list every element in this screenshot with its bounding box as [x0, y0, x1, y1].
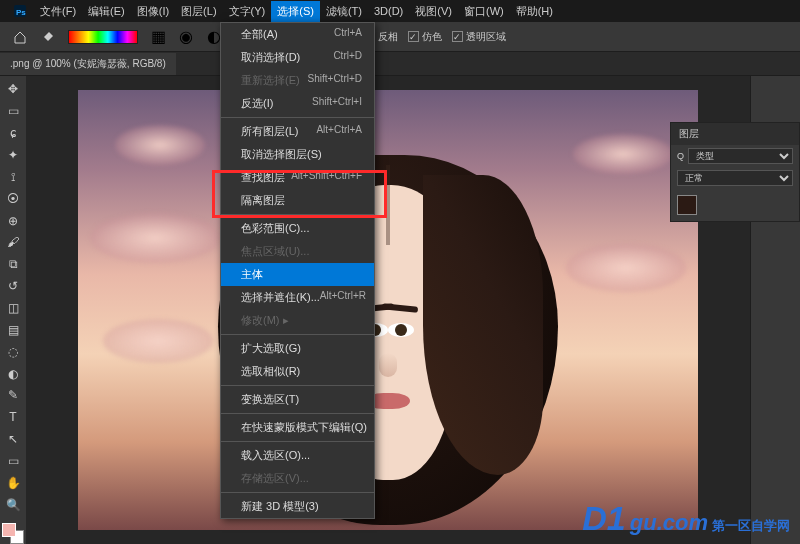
blend-mode-select[interactable]: 正常 [677, 170, 793, 186]
tool-history[interactable]: ↺ [3, 277, 23, 296]
menu-item-取消选择图层S[interactable]: 取消选择图层(S) [221, 143, 374, 166]
gradient-radial-icon[interactable]: ◉ [175, 26, 197, 48]
menu-帮助[interactable]: 帮助(H) [510, 1, 559, 22]
tool-type[interactable]: T [3, 408, 23, 427]
watermark-cn: 第一区自学网 [712, 517, 790, 535]
menu-item-全部A[interactable]: 全部(A)Ctrl+A [221, 23, 374, 46]
tool-eyedrop[interactable]: ⦿ [3, 189, 23, 208]
layers-panel-title: 图层 [671, 123, 799, 145]
watermark-suffix: gu.com [630, 510, 708, 536]
menu-item-重新选择E: 重新选择(E)Shift+Ctrl+D [221, 69, 374, 92]
option-透明区域[interactable]: ✓透明区域 [452, 30, 506, 44]
tool-pen[interactable]: ✎ [3, 386, 23, 405]
tool-heal[interactable]: ⊕ [3, 211, 23, 230]
menu-滤镜[interactable]: 滤镜(T) [320, 1, 368, 22]
options-bar: ▦ ◉ ◐ ▥ ◈ 容差: ✓反相✓仿色✓透明区域 [0, 22, 800, 52]
tool-dodge[interactable]: ◐ [3, 364, 23, 383]
menu-item-取消选择D[interactable]: 取消选择(D)Ctrl+D [221, 46, 374, 69]
tool-column: ✥▭ɕ✦⟟⦿⊕🖌⧉↺◫▤◌◐✎T↖▭✋🔍 [0, 76, 26, 544]
tool-marquee[interactable]: ▭ [3, 102, 23, 121]
tool-blur[interactable]: ◌ [3, 342, 23, 361]
menu-窗口[interactable]: 窗口(W) [458, 1, 510, 22]
menu-item-隔离图层[interactable]: 隔离图层 [221, 189, 374, 212]
menu-item-主体[interactable]: 主体 [221, 263, 374, 286]
tool-shape[interactable]: ▭ [3, 452, 23, 471]
gradient-linear-icon[interactable]: ▦ [147, 26, 169, 48]
menu-文件[interactable]: 文件(F) [34, 1, 82, 22]
layer-thumbnail[interactable] [677, 195, 697, 215]
menu-编辑[interactable]: 编辑(E) [82, 1, 131, 22]
menu-item-扩大选取G[interactable]: 扩大选取(G) [221, 337, 374, 360]
menu-item-新建 3D 模型3[interactable]: 新建 3D 模型(3) [221, 495, 374, 518]
option-仿色[interactable]: ✓仿色 [408, 30, 442, 44]
tool-hand[interactable]: ✋ [3, 473, 23, 492]
menu-视图[interactable]: 视图(V) [409, 1, 458, 22]
menu-item-存储选区V: 存储选区(V)... [221, 467, 374, 490]
tab-document[interactable]: .png @ 100% (安妮海瑟薇, RGB/8) [0, 53, 176, 75]
menu-item-反选I[interactable]: 反选(I)Shift+Ctrl+I [221, 92, 374, 115]
tool-eraser[interactable]: ◫ [3, 299, 23, 318]
menu-item-选取相似R[interactable]: 选取相似(R) [221, 360, 374, 383]
menu-item-查找图层[interactable]: 查找图层Alt+Shift+Ctrl+F [221, 166, 374, 189]
tool-move[interactable]: ✥ [3, 80, 23, 99]
tool-gradient[interactable]: ▤ [3, 320, 23, 339]
layers-panel: 图层 Q 类型 正常 [670, 122, 800, 222]
watermark: D1 gu.com 第一区自学网 [582, 499, 790, 538]
canvas[interactable] [26, 76, 750, 544]
menu-item-焦点区域U: 焦点区域(U)... [221, 240, 374, 263]
tool-crop[interactable]: ⟟ [3, 167, 23, 186]
tool-lasso[interactable]: ɕ [3, 124, 23, 143]
menu-item-在快速蒙版模式下编辑Q[interactable]: 在快速蒙版模式下编辑(Q) [221, 416, 374, 439]
menu-选择[interactable]: 选择(S) [271, 1, 320, 22]
home-icon[interactable] [9, 26, 31, 48]
tool-path[interactable]: ↖ [3, 430, 23, 449]
menu-item-色彩范围C[interactable]: 色彩范围(C)... [221, 217, 374, 240]
app-icon: Ps [9, 0, 31, 22]
menubar: Ps 文件(F)编辑(E)图像(I)图层(L)文字(Y)选择(S)滤镜(T)3D… [0, 0, 800, 22]
menu-item-载入选区O[interactable]: 载入选区(O)... [221, 444, 374, 467]
watermark-brand: D1 [582, 499, 625, 538]
select-menu-dropdown: 全部(A)Ctrl+A取消选择(D)Ctrl+D重新选择(E)Shift+Ctr… [220, 22, 375, 519]
tool-wand[interactable]: ✦ [3, 146, 23, 165]
bucket-icon[interactable] [37, 26, 59, 48]
menu-图层[interactable]: 图层(L) [175, 1, 222, 22]
menu-item-变换选区T[interactable]: 变换选区(T) [221, 388, 374, 411]
menu-item-选择并遮住K[interactable]: 选择并遮住(K)...Alt+Ctrl+R [221, 286, 374, 309]
svg-text:Ps: Ps [16, 8, 26, 17]
menu-文字[interactable]: 文字(Y) [223, 1, 272, 22]
document-tabs: .png @ 100% (安妮海瑟薇, RGB/8) [0, 52, 800, 76]
gradient-preview[interactable] [68, 30, 138, 44]
menu-图像[interactable]: 图像(I) [131, 1, 175, 22]
tool-brush[interactable]: 🖌 [3, 233, 23, 252]
menu-item-所有图层L[interactable]: 所有图层(L)Alt+Ctrl+A [221, 120, 374, 143]
canvas-content [78, 90, 698, 530]
menu-3d[interactable]: 3D(D) [368, 2, 409, 20]
layer-kind-select[interactable]: 类型 [688, 148, 793, 164]
menu-item-修改M: 修改(M) ▸ [221, 309, 374, 332]
color-swatches[interactable] [2, 523, 24, 544]
tool-zoom[interactable]: 🔍 [3, 495, 23, 514]
tool-stamp[interactable]: ⧉ [3, 255, 23, 274]
